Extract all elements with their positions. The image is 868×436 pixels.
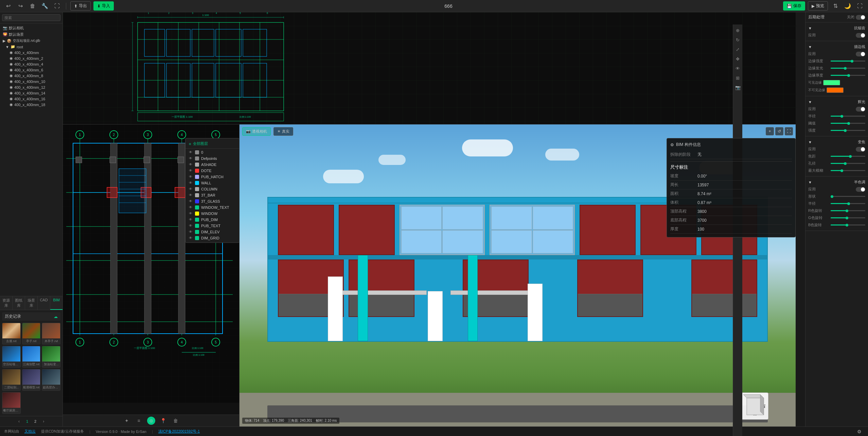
cloud-sync-icon[interactable]: ☁	[54, 314, 58, 319]
history-item-8[interactable]: 超高层办公...	[42, 369, 60, 391]
max-blur-slider[interactable]	[831, 170, 865, 171]
visible-edge-color[interactable]	[823, 80, 840, 85]
settings-icon-button[interactable]: ⚙	[854, 427, 864, 436]
save-button[interactable]: 💾 保存	[783, 1, 805, 11]
glow-threshold-slider[interactable]	[831, 123, 865, 124]
postprocessing-toggle[interactable]	[856, 15, 865, 20]
outline-apply-toggle[interactable]	[856, 52, 865, 56]
tree-item-1[interactable]: ◉ 400_x_400mm_2	[0, 55, 63, 61]
layer-8[interactable]: 👁 3T_GLASS	[185, 198, 239, 204]
history-item-9[interactable]: 餐厅厨房模...	[2, 392, 21, 414]
glow-radius-slider[interactable]	[831, 116, 865, 117]
tab-scenes[interactable]: 场景库	[25, 296, 38, 310]
layer-4[interactable]: 👁 PUB_HATCH	[185, 174, 239, 180]
tree-scene[interactable]: 🌄 默认场景	[0, 31, 63, 38]
edge-glow-slider[interactable]	[831, 68, 865, 69]
r-rotation-slider[interactable]	[831, 210, 865, 211]
glow-header[interactable]: ▼ 辉光	[808, 98, 865, 105]
export-button[interactable]: ⬆ 导出	[70, 1, 91, 11]
history-item-6[interactable]: 二层站别...	[2, 369, 21, 391]
halftone-toggle[interactable]	[856, 187, 865, 192]
b-rotation-slider[interactable]	[831, 224, 865, 225]
add-view-button[interactable]: +	[766, 127, 774, 135]
layer-11[interactable]: 👁 PUB_DIM	[185, 217, 239, 223]
tree-item-3[interactable]: ◉ 400_x_400mm_6	[0, 67, 63, 73]
dof-header[interactable]: ▼ 变焦	[808, 138, 865, 146]
tree-item-6[interactable]: ◉ 400_x_400mm_12	[0, 84, 63, 90]
delete-tool[interactable]: 🗑	[172, 417, 180, 425]
move-icon-button[interactable]: ✥	[734, 55, 742, 63]
history-item-3[interactable]: 空压站项目...	[2, 346, 21, 368]
expand-view-button[interactable]: ⛶	[785, 127, 793, 135]
layer-1[interactable]: 👁 Defpoints	[185, 155, 239, 162]
tree-file[interactable]: ▶ 📦 空压站项目.rvt.glb	[0, 38, 63, 44]
select-tool[interactable]: ✦	[123, 417, 131, 425]
snap-icon-button[interactable]: ⊞	[734, 74, 742, 82]
tree-item-8[interactable]: ◉ 400_x_400mm_16	[0, 96, 63, 102]
search-input[interactable]	[2, 14, 60, 21]
icp-label[interactable]: 滇ICP备2022001592号-1	[158, 429, 200, 434]
outline-header[interactable]: ▼ 描边线	[808, 43, 865, 50]
center-tool[interactable]: ◎	[147, 417, 155, 425]
fullscreen-button[interactable]: ⛶	[855, 1, 865, 11]
history-item-2[interactable]: 木亭子.rvt	[42, 323, 60, 345]
layer-10[interactable]: 👁 WINDOW	[185, 211, 239, 217]
history-item-0[interactable]: 古屋.rvt	[2, 323, 21, 345]
g-rotation-slider[interactable]	[831, 217, 865, 218]
tab-drawings[interactable]: 图纸库	[13, 296, 25, 310]
camera-ctrl-button[interactable]: 📷	[734, 84, 742, 91]
next-page-button[interactable]: ›	[41, 418, 46, 424]
glow-strength-slider[interactable]	[831, 130, 865, 131]
redo-button[interactable]: ↪	[16, 1, 25, 11]
import-button[interactable]: ⬇ 导入	[93, 1, 114, 11]
tree-root[interactable]: ▼ 📁 root	[0, 44, 63, 50]
tree-camera[interactable]: 📷 默认相机	[0, 25, 63, 31]
history-item-7[interactable]: 船屋模型.rvt	[22, 369, 41, 391]
undo-button[interactable]: ↩	[3, 1, 13, 11]
layer-header[interactable]: ≡ 全部图层	[185, 140, 239, 149]
antialiasing-apply-toggle[interactable]	[856, 33, 865, 38]
tab-resources[interactable]: 资源库	[0, 296, 13, 310]
tree-item-5[interactable]: ◉ 400_x_400mm_10	[0, 79, 63, 84]
layer-7[interactable]: 👁 3T_BAR	[185, 192, 239, 198]
history-item-1[interactable]: 亭子.rvt	[22, 323, 41, 345]
layer-0[interactable]: 👁 0	[185, 149, 239, 155]
dof-toggle[interactable]	[856, 147, 865, 152]
halftone-header[interactable]: ▼ 半色调	[808, 179, 865, 186]
layer-5[interactable]: 👁 WALL	[185, 180, 239, 186]
layer-14[interactable]: 👁 DIM_GRID	[185, 235, 239, 241]
layer-3[interactable]: 👁 DOTE	[185, 168, 239, 174]
delete-button[interactable]: 🗑	[28, 1, 37, 11]
tree-item-4[interactable]: ◉ 400_x_400mm_8	[0, 73, 63, 79]
scale-icon-button[interactable]: ⤢	[734, 46, 742, 53]
layer-12[interactable]: 👁 PUB_TEXT	[185, 223, 239, 229]
page-1-button[interactable]: 1	[24, 419, 30, 424]
layer-2[interactable]: 👁 ASHADE	[185, 162, 239, 168]
glow-toggle[interactable]	[856, 107, 865, 112]
tab-cad[interactable]: CAD	[38, 296, 50, 310]
tool-button[interactable]: 🔧	[40, 1, 50, 11]
edge-thickness-slider[interactable]	[831, 75, 865, 76]
night-mode-button[interactable]: 🌙	[843, 1, 852, 11]
layer-13[interactable]: 👁 DIM_ELEV	[185, 229, 239, 235]
antialiasing-header[interactable]: ▼ 抗锯齿	[808, 24, 865, 32]
focal-slider[interactable]	[831, 156, 865, 157]
edge-strength-slider[interactable]	[831, 61, 865, 62]
layer-6[interactable]: 👁 COLUMN	[185, 186, 239, 192]
perspective-camera-button[interactable]: 📷 透视相机	[242, 127, 271, 136]
reset-view-button[interactable]: ↺	[775, 127, 783, 135]
realistic-mode-button[interactable]: ☀ 真实	[273, 127, 293, 136]
arrange-button[interactable]: ⇅	[831, 1, 840, 11]
history-item-5[interactable]: 加油站变...	[42, 346, 60, 368]
transform-button[interactable]: ⛶	[52, 1, 62, 11]
history-item-4[interactable]: 江南别墅.rvt	[22, 346, 41, 368]
page-2-button[interactable]: 2	[33, 419, 38, 424]
tree-item-7[interactable]: ◉ 400_x_400mm_14	[0, 90, 63, 96]
prev-page-button[interactable]: ‹	[16, 418, 22, 424]
rotate-icon-button[interactable]: ↻	[734, 36, 742, 44]
aperture-slider[interactable]	[831, 163, 865, 164]
tree-item-9[interactable]: ◉ 400_x_400mm_18	[0, 102, 63, 107]
halftone-shape-slider[interactable]	[831, 196, 865, 197]
invisible-edge-color[interactable]	[827, 87, 844, 93]
youpai-logo[interactable]: 又拍云	[24, 429, 36, 434]
